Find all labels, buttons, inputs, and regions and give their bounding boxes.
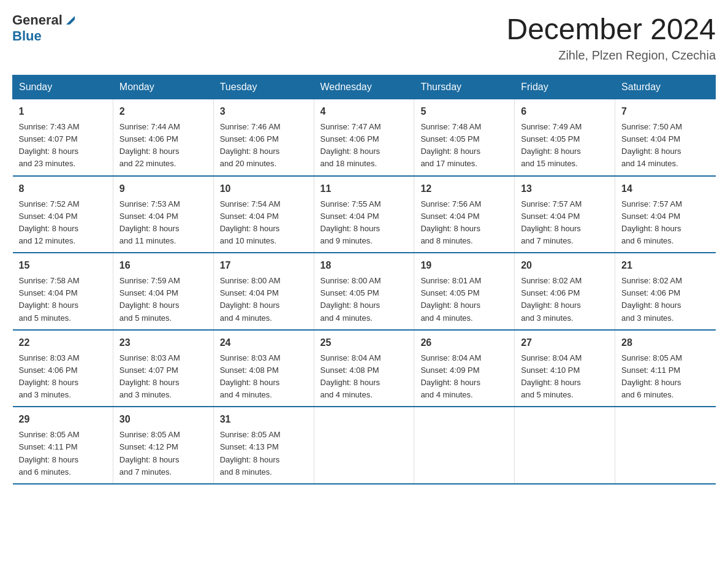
day-info: Sunrise: 7:57 AMSunset: 4:04 PMDaylight:… bbox=[621, 199, 682, 245]
day-number: 11 bbox=[320, 182, 408, 196]
calendar-week-row: 1 Sunrise: 7:43 AMSunset: 4:07 PMDayligh… bbox=[13, 99, 716, 176]
day-info: Sunrise: 7:58 AMSunset: 4:04 PMDaylight:… bbox=[19, 276, 80, 322]
day-info: Sunrise: 7:56 AMSunset: 4:04 PMDaylight:… bbox=[420, 199, 481, 245]
day-info: Sunrise: 7:57 AMSunset: 4:04 PMDaylight:… bbox=[521, 199, 582, 245]
day-info: Sunrise: 7:49 AMSunset: 4:05 PMDaylight:… bbox=[521, 122, 582, 168]
calendar-cell: 25 Sunrise: 8:04 AMSunset: 4:08 PMDaylig… bbox=[314, 330, 414, 407]
day-number: 8 bbox=[19, 182, 107, 196]
day-number: 24 bbox=[220, 335, 308, 350]
day-info: Sunrise: 8:03 AMSunset: 4:07 PMDaylight:… bbox=[119, 353, 180, 399]
day-number: 31 bbox=[220, 412, 308, 427]
day-number: 6 bbox=[521, 104, 609, 119]
calendar-cell: 19 Sunrise: 8:01 AMSunset: 4:05 PMDaylig… bbox=[414, 253, 515, 330]
day-info: Sunrise: 8:01 AMSunset: 4:05 PMDaylight:… bbox=[420, 276, 481, 322]
header-saturday: Saturday bbox=[615, 75, 716, 99]
day-number: 14 bbox=[621, 182, 709, 196]
day-info: Sunrise: 8:02 AMSunset: 4:06 PMDaylight:… bbox=[621, 276, 682, 322]
day-info: Sunrise: 8:05 AMSunset: 4:11 PMDaylight:… bbox=[621, 353, 682, 399]
page-header: General Blue December 2024 Zihle, Plzen … bbox=[12, 12, 716, 63]
day-info: Sunrise: 7:44 AMSunset: 4:06 PMDaylight:… bbox=[119, 122, 180, 168]
calendar-week-row: 29 Sunrise: 8:05 AMSunset: 4:11 PMDaylig… bbox=[13, 407, 716, 484]
calendar-cell: 30 Sunrise: 8:05 AMSunset: 4:12 PMDaylig… bbox=[113, 407, 213, 484]
calendar-cell: 5 Sunrise: 7:48 AMSunset: 4:05 PMDayligh… bbox=[414, 99, 515, 176]
calendar-header-row: SundayMondayTuesdayWednesdayThursdayFrid… bbox=[13, 75, 716, 99]
calendar-cell: 22 Sunrise: 8:03 AMSunset: 4:06 PMDaylig… bbox=[13, 330, 113, 407]
day-number: 12 bbox=[420, 182, 508, 196]
calendar-cell bbox=[414, 407, 515, 484]
day-info: Sunrise: 7:50 AMSunset: 4:04 PMDaylight:… bbox=[621, 122, 682, 168]
day-info: Sunrise: 7:59 AMSunset: 4:04 PMDaylight:… bbox=[119, 276, 180, 322]
day-number: 21 bbox=[621, 258, 709, 273]
calendar-cell bbox=[515, 407, 615, 484]
calendar-cell: 23 Sunrise: 8:03 AMSunset: 4:07 PMDaylig… bbox=[113, 330, 213, 407]
header-wednesday: Wednesday bbox=[314, 75, 414, 99]
day-number: 2 bbox=[119, 104, 207, 119]
calendar-cell: 17 Sunrise: 8:00 AMSunset: 4:04 PMDaylig… bbox=[213, 253, 314, 330]
calendar-cell: 10 Sunrise: 7:54 AMSunset: 4:04 PMDaylig… bbox=[213, 176, 314, 253]
calendar-cell: 13 Sunrise: 7:57 AMSunset: 4:04 PMDaylig… bbox=[515, 176, 615, 253]
calendar-cell: 20 Sunrise: 8:02 AMSunset: 4:06 PMDaylig… bbox=[515, 253, 615, 330]
calendar-cell: 21 Sunrise: 8:02 AMSunset: 4:06 PMDaylig… bbox=[615, 253, 716, 330]
calendar-cell: 26 Sunrise: 8:04 AMSunset: 4:09 PMDaylig… bbox=[414, 330, 515, 407]
header-friday: Friday bbox=[515, 75, 615, 99]
logo-blue-text: Blue bbox=[12, 28, 77, 44]
day-number: 15 bbox=[19, 258, 107, 273]
calendar-week-row: 15 Sunrise: 7:58 AMSunset: 4:04 PMDaylig… bbox=[13, 253, 716, 330]
calendar-table: SundayMondayTuesdayWednesdayThursdayFrid… bbox=[12, 75, 716, 484]
day-number: 9 bbox=[119, 182, 207, 196]
day-info: Sunrise: 8:04 AMSunset: 4:08 PMDaylight:… bbox=[320, 353, 381, 399]
day-number: 13 bbox=[521, 182, 609, 196]
day-info: Sunrise: 7:53 AMSunset: 4:04 PMDaylight:… bbox=[119, 199, 180, 245]
calendar-week-row: 8 Sunrise: 7:52 AMSunset: 4:04 PMDayligh… bbox=[13, 176, 716, 253]
day-info: Sunrise: 8:03 AMSunset: 4:06 PMDaylight:… bbox=[19, 353, 80, 399]
calendar-cell: 1 Sunrise: 7:43 AMSunset: 4:07 PMDayligh… bbox=[13, 99, 113, 176]
day-info: Sunrise: 7:54 AMSunset: 4:04 PMDaylight:… bbox=[220, 199, 281, 245]
logo: General Blue bbox=[12, 12, 77, 44]
day-info: Sunrise: 7:46 AMSunset: 4:06 PMDaylight:… bbox=[220, 122, 281, 168]
day-info: Sunrise: 8:05 AMSunset: 4:11 PMDaylight:… bbox=[19, 430, 80, 476]
day-number: 29 bbox=[19, 412, 107, 427]
day-number: 26 bbox=[420, 335, 508, 350]
day-number: 7 bbox=[621, 104, 709, 119]
calendar-cell: 18 Sunrise: 8:00 AMSunset: 4:05 PMDaylig… bbox=[314, 253, 414, 330]
day-info: Sunrise: 8:02 AMSunset: 4:06 PMDaylight:… bbox=[521, 276, 582, 322]
calendar-cell: 9 Sunrise: 7:53 AMSunset: 4:04 PMDayligh… bbox=[113, 176, 213, 253]
logo-arrow-icon bbox=[64, 13, 77, 27]
calendar-cell: 3 Sunrise: 7:46 AMSunset: 4:06 PMDayligh… bbox=[213, 99, 314, 176]
header-monday: Monday bbox=[113, 75, 213, 99]
day-info: Sunrise: 8:04 AMSunset: 4:10 PMDaylight:… bbox=[521, 353, 582, 399]
header-thursday: Thursday bbox=[414, 75, 515, 99]
calendar-cell: 29 Sunrise: 8:05 AMSunset: 4:11 PMDaylig… bbox=[13, 407, 113, 484]
calendar-cell: 8 Sunrise: 7:52 AMSunset: 4:04 PMDayligh… bbox=[13, 176, 113, 253]
header-tuesday: Tuesday bbox=[213, 75, 314, 99]
day-number: 28 bbox=[621, 335, 709, 350]
day-number: 23 bbox=[119, 335, 207, 350]
calendar-cell: 28 Sunrise: 8:05 AMSunset: 4:11 PMDaylig… bbox=[615, 330, 716, 407]
day-info: Sunrise: 7:52 AMSunset: 4:04 PMDaylight:… bbox=[19, 199, 80, 245]
day-number: 22 bbox=[19, 335, 107, 350]
calendar-cell: 16 Sunrise: 7:59 AMSunset: 4:04 PMDaylig… bbox=[113, 253, 213, 330]
header-sunday: Sunday bbox=[13, 75, 113, 99]
day-number: 18 bbox=[320, 258, 408, 273]
title-area: December 2024 Zihle, Plzen Region, Czech… bbox=[506, 12, 716, 63]
day-info: Sunrise: 7:47 AMSunset: 4:06 PMDaylight:… bbox=[320, 122, 381, 168]
calendar-cell bbox=[615, 407, 716, 484]
calendar-cell: 14 Sunrise: 7:57 AMSunset: 4:04 PMDaylig… bbox=[615, 176, 716, 253]
day-info: Sunrise: 8:05 AMSunset: 4:13 PMDaylight:… bbox=[220, 430, 281, 476]
calendar-cell: 15 Sunrise: 7:58 AMSunset: 4:04 PMDaylig… bbox=[13, 253, 113, 330]
day-number: 1 bbox=[19, 104, 107, 119]
logo-general-text: General bbox=[12, 12, 63, 28]
calendar-cell bbox=[314, 407, 414, 484]
day-info: Sunrise: 7:48 AMSunset: 4:05 PMDaylight:… bbox=[420, 122, 481, 168]
day-info: Sunrise: 7:55 AMSunset: 4:04 PMDaylight:… bbox=[320, 199, 381, 245]
calendar-cell: 31 Sunrise: 8:05 AMSunset: 4:13 PMDaylig… bbox=[213, 407, 314, 484]
calendar-cell: 4 Sunrise: 7:47 AMSunset: 4:06 PMDayligh… bbox=[314, 99, 414, 176]
day-info: Sunrise: 8:00 AMSunset: 4:04 PMDaylight:… bbox=[220, 276, 281, 322]
calendar-cell: 7 Sunrise: 7:50 AMSunset: 4:04 PMDayligh… bbox=[615, 99, 716, 176]
day-number: 16 bbox=[119, 258, 207, 273]
calendar-cell: 11 Sunrise: 7:55 AMSunset: 4:04 PMDaylig… bbox=[314, 176, 414, 253]
day-number: 30 bbox=[119, 412, 207, 427]
day-number: 19 bbox=[420, 258, 508, 273]
calendar-cell: 27 Sunrise: 8:04 AMSunset: 4:10 PMDaylig… bbox=[515, 330, 615, 407]
calendar-cell: 2 Sunrise: 7:44 AMSunset: 4:06 PMDayligh… bbox=[113, 99, 213, 176]
